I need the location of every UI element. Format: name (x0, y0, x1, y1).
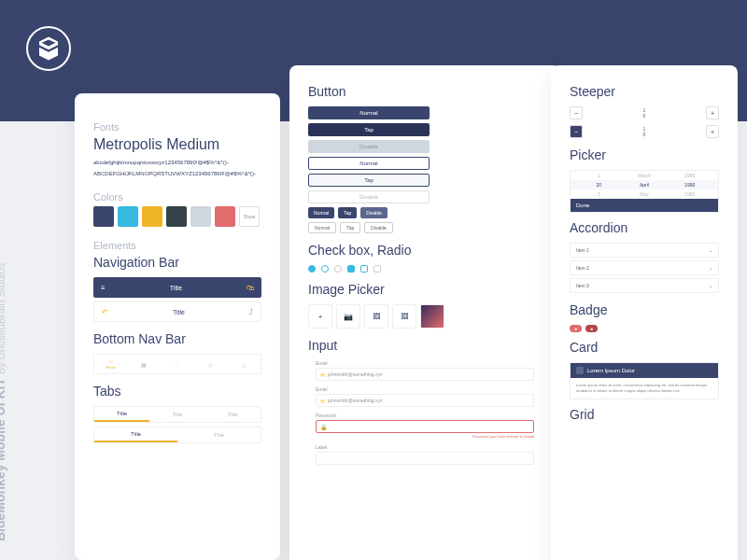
chevron-down-icon: ⌄ (709, 265, 712, 271)
swatch-amber[interactable] (142, 206, 162, 227)
panel-controls: Button Normal Tap Disable Normal Tap Dis… (289, 65, 560, 560)
swatch-cyan[interactable] (118, 206, 138, 227)
tabs-title: Tabs (93, 384, 261, 399)
bottomnav-item-3[interactable]: ♡ (161, 355, 194, 373)
grid-title: Grid (570, 407, 719, 422)
checkbox-off[interactable] (360, 265, 368, 273)
mail-icon: ✉ (320, 398, 325, 404)
btn-sm-out-tap[interactable]: Tap (340, 222, 360, 233)
button-disable-fill: Disable (308, 140, 430, 153)
lock-icon: 🔒 (320, 424, 327, 430)
image-picker-row: + 📷 🖼 🖼 (308, 304, 542, 329)
stepper-minus-1[interactable]: − (570, 106, 583, 119)
button-tap-out[interactable]: Tap (308, 174, 430, 187)
card-title: Card (570, 340, 719, 355)
brand-title: BlueMonkey Mobile UI KIT (0, 378, 7, 541)
card-header: Lorem Ipsum Dolor (587, 368, 635, 373)
stepper-plus-1[interactable]: + (706, 106, 719, 119)
swatch-navy[interactable] (93, 206, 114, 227)
btn-sm-disable: Disable (360, 207, 388, 218)
email-label-1: Email (316, 360, 534, 366)
email-input-2[interactable]: ✉johnsmith@something.xyz (316, 394, 534, 407)
button-title: Button (308, 84, 542, 99)
sample-uppercase: ABCDEFGHIJKLMNOPQRSTUVWXYZ1234567890!@#$… (93, 170, 261, 179)
checkbox-gray[interactable] (374, 265, 381, 273)
bottomnav-item-4[interactable]: ◇ (194, 355, 228, 373)
bottomnav-home[interactable]: ⌂Home (94, 355, 128, 373)
chevron-down-icon: ⌄ (709, 247, 712, 253)
navbar-light: ↶ Title ⤴ (93, 301, 261, 322)
bottom-nav: ⌂Home ▦ ♡ ◇ △ (93, 354, 261, 374)
accordion-item-2[interactable]: Item 2⌄ (570, 260, 719, 275)
imagepicker-add[interactable]: + (308, 304, 332, 329)
accordion-item-3[interactable]: Item 3⌄ (570, 278, 719, 293)
password-error: Password you have entered is invalid (316, 434, 534, 439)
cart-icon[interactable]: 🛍 (247, 284, 254, 292)
btn-sm-out-disable: Disable (364, 222, 393, 233)
label-input[interactable] (316, 452, 534, 465)
brand-vertical-text: BlueMonkey Mobile UI KIT By UnusedBrain … (0, 263, 7, 541)
card-body: Lorem ipsum dolor sit amet, consectetur … (571, 378, 718, 399)
badge-2: ● (585, 325, 598, 332)
menu-icon[interactable]: ≡ (101, 284, 106, 292)
navbar-dark: ≡ Title 🛍 (93, 277, 261, 298)
radio-on[interactable] (308, 265, 316, 273)
share-icon[interactable]: ⤴ (249, 308, 253, 316)
bottomnav-title: Bottom Nav Bar (93, 331, 261, 346)
back-icon[interactable]: ↶ (102, 308, 108, 316)
accordion-title: Accordion (570, 220, 719, 235)
swatch-charcoal[interactable] (166, 206, 187, 227)
checks-row (308, 265, 542, 273)
tab-3[interactable]: Title (205, 407, 261, 422)
button-disable-out: Disable (308, 190, 430, 203)
button-normal-fill[interactable]: Normal (308, 106, 430, 119)
date-picker[interactable]: 1March1990 20April1990 3May1990 Done (570, 170, 719, 213)
bottomnav-item-5[interactable]: △ (227, 355, 261, 373)
color-swatches: Show (93, 206, 261, 227)
email-label-2: Email (316, 386, 534, 392)
button-normal-out[interactable]: Normal (308, 157, 430, 170)
picker-done[interactable]: Done (571, 199, 718, 212)
tabs-row-2: Title Title (93, 427, 261, 443)
stepper-plus-2[interactable]: + (706, 125, 719, 138)
picker-title: Picker (570, 147, 719, 162)
card-example: Lorem Ipsum Dolor Lorem ipsum dolor sit … (570, 362, 719, 399)
checkbox-title: Check box, Radio (308, 243, 542, 258)
radio-off[interactable] (321, 265, 329, 273)
tab-5[interactable]: Title (177, 427, 261, 442)
imagepicker-photo[interactable]: 🖼 (364, 304, 388, 329)
imagepicker-title: Image Picker (308, 282, 542, 297)
tabs-row-1: Title Title Title (93, 406, 261, 423)
imagepicker-camera[interactable]: 📷 (336, 304, 360, 329)
btn-sm-normal[interactable]: Normal (308, 207, 334, 218)
btn-sm-out-normal[interactable]: Normal (308, 222, 336, 233)
elements-label: Elements (93, 240, 261, 251)
password-label: Password (316, 413, 534, 418)
tab-1[interactable]: Title (94, 407, 149, 422)
email-input-1[interactable]: ✉johnsmith@something.xyz (316, 368, 534, 381)
checkbox-on[interactable] (347, 265, 355, 273)
imagepicker-gallery[interactable]: 🖼 (392, 304, 416, 329)
badge-title: Badge (570, 302, 719, 317)
swatch-coral[interactable] (215, 206, 235, 227)
font-name: Metropolis Medium (93, 136, 261, 153)
bottomnav-item-2[interactable]: ▦ (128, 355, 162, 373)
steeper-title: Steeper (570, 84, 719, 99)
stepper-value-2: 10 (643, 126, 646, 138)
password-input[interactable]: 🔒 (316, 420, 534, 433)
input-title: Input (308, 338, 542, 353)
swatch-show[interactable]: Show (239, 206, 260, 227)
tab-4[interactable]: Title (94, 427, 177, 442)
card-thumb (576, 367, 584, 374)
btn-sm-tap[interactable]: Tap (338, 207, 357, 218)
swatch-gray[interactable] (190, 206, 211, 227)
mail-icon: ✉ (320, 371, 325, 378)
label-label: Label (316, 444, 534, 450)
imagepicker-thumb[interactable] (420, 304, 444, 329)
button-tap-fill[interactable]: Tap (308, 123, 430, 136)
stepper-minus-2[interactable]: − (570, 125, 583, 138)
panel-components: Steeper − 10 + − 10 + Picker 1March1990 … (551, 65, 738, 560)
accordion-item-1[interactable]: Item 1⌄ (570, 243, 719, 258)
radio-gray[interactable] (334, 265, 342, 273)
tab-2[interactable]: Title (149, 407, 204, 422)
